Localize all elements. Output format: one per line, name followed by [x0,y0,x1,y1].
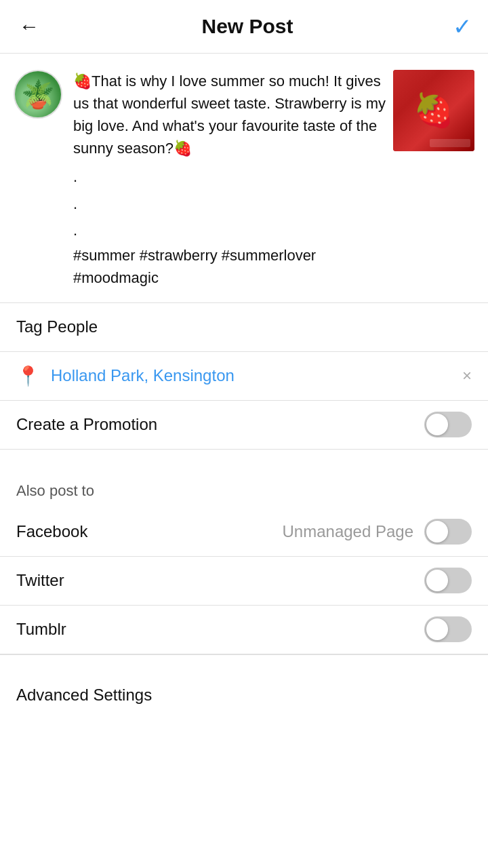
header: ← New Post ✓ [0,0,488,54]
promotion-label: Create a Promotion [16,415,157,434]
facebook-sub-label: Unmanaged Page [283,522,413,541]
page-title: New Post [201,15,293,38]
avatar [14,70,62,119]
location-row[interactable]: 📍 Holland Park, Kensington × [0,352,488,401]
confirm-button[interactable]: ✓ [453,13,472,40]
twitter-row: Twitter [0,557,488,606]
also-post-to-label: Also post to [16,482,94,499]
also-post-to-header: Also post to [0,463,488,508]
hashtags: #summer #strawberry #summerlover #moodma… [73,247,316,286]
back-button[interactable]: ← [16,12,42,41]
advanced-settings-row[interactable]: Advanced Settings [0,668,488,722]
thumbnail-image [393,70,474,151]
location-name: Holland Park, Kensington [51,366,451,385]
facebook-toggle[interactable] [424,519,472,545]
caption-emoji-start: 🍓 [73,73,92,90]
facebook-right: Unmanaged Page [283,519,472,545]
facebook-label: Facebook [16,522,87,541]
tag-people-row[interactable]: Tag People [0,303,488,352]
spacer-2 [0,654,488,668]
caption-body: That is why I love summer so much! It gi… [73,73,386,157]
tumblr-toggle[interactable] [424,616,472,642]
tag-people-label: Tag People [16,317,98,336]
dots: ... [73,163,386,244]
promotion-toggle[interactable] [424,412,472,437]
location-clear-button[interactable]: × [462,366,472,385]
tumblr-label: Tumblr [16,620,66,639]
post-thumbnail [393,70,474,151]
advanced-settings-label: Advanced Settings [16,686,152,705]
twitter-toggle[interactable] [424,568,472,593]
tumblr-row: Tumblr [0,606,488,654]
post-content: 🍓That is why I love summer so much! It g… [73,70,474,289]
spacer-1 [0,450,488,463]
facebook-row: Facebook Unmanaged Page [0,508,488,557]
post-preview: 🍓That is why I love summer so much! It g… [0,54,488,303]
avatar-image [15,71,61,117]
promotion-row: Create a Promotion [0,401,488,450]
twitter-label: Twitter [16,571,64,590]
location-pin-icon: 📍 [16,365,40,387]
